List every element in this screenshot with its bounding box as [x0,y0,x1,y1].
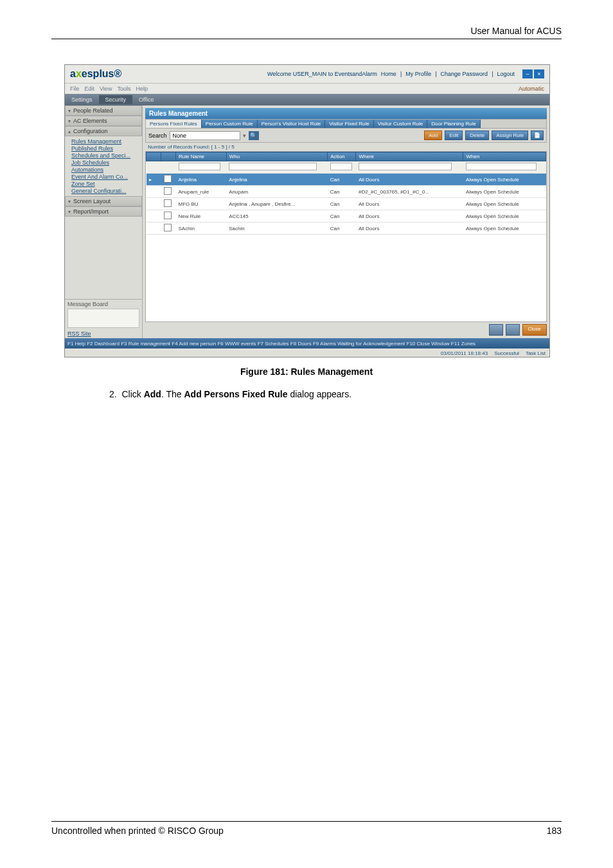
footer-divider [51,821,562,822]
sidebar-link-automations[interactable]: Automations [71,167,142,173]
filter-where[interactable] [359,163,452,170]
sidebar-link-zone-set[interactable]: Zone Set [71,181,142,187]
close-icon[interactable]: × [534,69,544,78]
tab-person-custom[interactable]: Person Custom Rule [202,120,258,128]
search-input[interactable] [170,131,240,140]
table-row[interactable]: MFG BUAnjelina , Anupam , Desfire...CanA… [147,198,546,210]
figure-caption: Figure 181: Rules Management [0,366,613,377]
status-timestamp: 03/01/2011 18:18:43 [441,350,488,356]
filter-who[interactable] [229,163,317,170]
minimize-icon[interactable]: – [522,69,533,78]
col-when[interactable]: When [463,152,546,161]
sidebar-config-links: Rules Management Published Rules Schedul… [65,136,142,196]
chevron-up-icon: ▴ [68,129,71,134]
instruction-step: 2. Click Add. The Add Persons Fixed Rule… [109,389,351,399]
search-label: Search [148,132,167,139]
automatic-label: Automatic [519,86,544,92]
edit-button[interactable]: Edit [445,131,463,140]
tab-persons-visitor-host[interactable]: Person's Visitor Host Rule [258,120,326,128]
add-button[interactable]: Add [424,131,442,140]
tab-door-planning[interactable]: Door Planning Rule [427,120,480,128]
ribbon-settings[interactable]: Settings [65,95,99,104]
header-divider [51,39,562,39]
logout-link[interactable]: Logout [497,71,515,77]
sidebar-link-general-configurat[interactable]: General Configurati... [71,188,142,194]
main-panel: Rules Management Persons Fixed Rules Per… [143,105,549,338]
top-links: Welcome USER_MAIN to EventsandAlarm Home… [267,69,544,78]
row-checkbox[interactable] [164,175,172,183]
col-rule-name[interactable]: Rule Name [176,152,227,161]
menu-edit[interactable]: Edit [85,86,95,92]
module-ribbon: Settings Security Office [65,94,549,105]
app-logo: axesplus® [70,68,121,80]
delete-button[interactable]: Delete [465,131,489,140]
ribbon-office[interactable]: Office [132,95,160,104]
sidebar-link-event-alarm-co[interactable]: Event And Alarm Co... [71,174,142,180]
footer-left: Uncontrolled when printed © RISCO Group [51,826,224,836]
tab-visitor-custom[interactable]: Visitor Custom Rule [374,120,428,128]
dropdown-icon[interactable]: ▾ [243,132,246,139]
menu-file[interactable]: File [70,86,80,92]
menu-bar: File Edit View Tools Help Automatic [65,84,549,94]
search-icon[interactable]: 🔍 [249,131,259,140]
nav-next-icon[interactable] [506,324,520,336]
close-button[interactable]: Close [522,324,547,336]
sidebar-link-published-rules[interactable]: Published Rules [71,145,142,152]
sidebar-report-import[interactable]: ▾Report/Import [65,206,142,217]
row-checkbox[interactable] [164,224,172,231]
col-where[interactable]: Where [356,152,463,161]
table-row[interactable]: ▸ AnjelinaAnjelinaCanAll DoorsAlways Ope… [147,174,546,186]
message-board-box [67,309,139,328]
col-who[interactable]: Who [226,152,327,161]
panel-title: Rules Management [145,108,547,119]
chevron-down-icon: ▾ [68,118,71,124]
tab-visitor-fixed[interactable]: Visitor Fixed Rule [325,120,374,128]
row-checkbox[interactable] [164,212,172,219]
message-board: Message Board [65,299,142,329]
status-tasklist[interactable]: Task List [526,350,546,356]
status-successful: Successful [494,350,519,356]
filter-action[interactable] [330,163,353,170]
chevron-down-icon: ▾ [68,108,71,114]
filter-row [147,161,546,174]
assign-rule-button[interactable]: Assign Rule [492,131,528,140]
message-board-label: Message Board [67,301,139,307]
sidebar-ac-elements[interactable]: ▾AC Elements [65,116,142,126]
search-toolbar: Search ▾ 🔍 Add Edit Delete Assign Rule 📄 [145,129,547,143]
sidebar-link-schedules-special[interactable]: Schedules and Speci... [71,152,142,159]
filter-rule-name[interactable] [179,163,221,170]
col-action[interactable]: Action [328,152,356,161]
table-row[interactable]: Anupam_ruleAnupamCan#D2_#C_003765, #D1_#… [147,186,546,198]
rss-link[interactable]: RSS Site [65,329,142,338]
sidebar-configuration[interactable]: ▴Configuration [65,126,142,136]
ribbon-security[interactable]: Security [99,95,133,104]
menu-help[interactable]: Help [136,86,148,92]
row-checkbox[interactable] [164,199,172,207]
function-key-bar: F1 Help F2 Dashboard F3 Rule management … [65,338,549,348]
app-screenshot: axesplus® Welcome USER_MAIN to Eventsand… [64,64,550,357]
rules-grid: Rule Name Who Action Where When [145,151,547,322]
nav-prev-icon[interactable] [489,324,503,336]
change-password-link[interactable]: Change Password [441,71,488,77]
table-row[interactable]: New RuleACC145CanAll DoorsAlways Open Sc… [147,210,546,222]
tab-persons-fixed[interactable]: Persons Fixed Rules [146,120,202,128]
lower-buttons: Close [145,322,547,336]
chevron-down-icon: ▾ [68,199,71,204]
row-checkbox[interactable] [164,187,172,195]
welcome-text: Welcome USER_MAIN to EventsandAlarm [267,71,377,77]
menu-tools[interactable]: Tools [117,86,130,92]
chevron-down-icon: ▾ [68,209,71,215]
export-icon[interactable]: 📄 [531,131,544,140]
sidebar-link-job-schedules[interactable]: Job Schedules [71,159,142,166]
table-row[interactable]: SAchinSachinCanAll DoorsAlways Open Sche… [147,222,546,235]
sidebar-link-rules-management[interactable]: Rules Management [71,138,142,145]
profile-link[interactable]: My Profile [405,71,431,77]
sidebar-screen-layout[interactable]: ▾Screen Layout [65,196,142,206]
filter-when[interactable] [466,163,537,170]
record-count: Number of Records Found: [ 1 - 5 ] / 5 [145,143,547,151]
title-bar: axesplus® Welcome USER_MAIN to Eventsand… [65,65,549,84]
home-link[interactable]: Home [381,71,396,77]
page-header-right: User Manual for ACUS [470,26,562,36]
menu-view[interactable]: View [100,86,112,92]
sidebar-people-related[interactable]: ▾People Related [65,105,142,116]
